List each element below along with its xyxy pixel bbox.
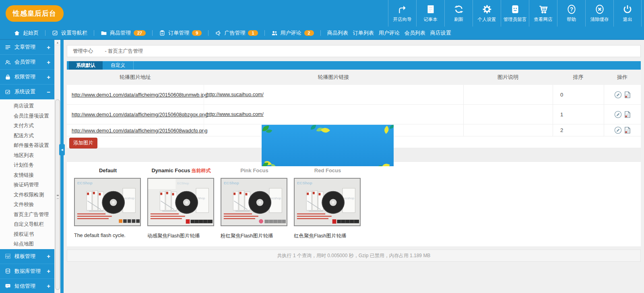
sidebar-item-regions[interactable]: 地区列表 xyxy=(0,151,54,161)
sidebar-group-permissions[interactable]: 权限管理 + xyxy=(0,70,54,85)
tab-bar: 系统默认 自定义 xyxy=(67,61,641,70)
style-thumbnail[interactable]: ECShop ecshop xyxy=(221,178,287,226)
clipboard-icon xyxy=(159,30,165,36)
style-thumbnail[interactable]: ECShop ecshop xyxy=(294,178,361,226)
sidebar-item-captcha[interactable]: 验证码管理 xyxy=(0,180,54,190)
scrollbar-up-arrow[interactable]: ▲ xyxy=(55,40,60,45)
style-title: Pink Focus xyxy=(221,167,288,175)
style-title: Default xyxy=(74,167,142,175)
folder-icon xyxy=(101,30,107,36)
nav-orders-manage[interactable]: 订单管理 9 xyxy=(157,29,204,37)
image-href-link[interactable]: http://www.sucaihuo.com/ xyxy=(206,111,264,117)
delete-icon[interactable] xyxy=(624,126,631,134)
nav-ads-manage[interactable]: 广告管理 1 xyxy=(213,29,260,37)
sidebar-item-custom-nav[interactable]: 自定义导航栏 xyxy=(0,219,54,229)
delete-icon[interactable] xyxy=(624,91,631,99)
sidebar-item-links[interactable]: 友情链接 xyxy=(0,170,54,180)
col-header-image-url: 轮播图片地址 xyxy=(67,74,204,81)
sidebar-item-member-reg[interactable]: 会员注册项设置 xyxy=(0,111,54,121)
banner-preview-image xyxy=(262,125,394,166)
sidebar-item-home-ads[interactable]: 首页主广告管理 xyxy=(0,210,54,220)
nav-comments-list[interactable]: 用户评论 xyxy=(376,29,402,37)
refresh-button[interactable]: 刷新 xyxy=(444,0,473,27)
nav-goods-manage[interactable]: 商品管理 27 xyxy=(98,29,148,37)
sidebar-collapse-handle[interactable]: ◄ xyxy=(59,144,65,155)
tab-custom[interactable]: 自定义 xyxy=(103,61,134,70)
nav-goods-list[interactable]: 商品列表 xyxy=(325,29,351,37)
edit-icon[interactable] xyxy=(614,126,622,134)
col-header-image-link: 轮播图片链接 xyxy=(204,74,463,81)
logo: 性感皇后后台 xyxy=(6,5,64,22)
breadcrumb-home[interactable]: 管理中心 xyxy=(73,48,93,54)
sidebar-item-shipping[interactable]: 配送方式 xyxy=(0,131,54,141)
table-row: http://www.demo1.com/data/afficheimg/201… xyxy=(67,105,641,124)
image-description xyxy=(463,105,553,124)
edit-icon[interactable] xyxy=(614,111,622,118)
nav-set-navbar[interactable]: 设置导航栏 xyxy=(50,29,90,37)
sidebar-group-system[interactable]: 系统设置 − xyxy=(0,85,54,99)
refresh-icon xyxy=(454,4,464,14)
database-icon xyxy=(5,268,11,274)
style-thumbnail[interactable]: ECShop 'shop xyxy=(147,178,214,226)
scrollbar-thumb[interactable] xyxy=(55,99,60,290)
system-settings-icon xyxy=(5,89,11,95)
main-nav-bar: 起始页 设置导航栏 商品管理 27 订单管理 9 广告管理 1 用户评论 2 商… xyxy=(0,27,644,40)
sidebar-item-payment[interactable]: 支付方式 xyxy=(0,121,54,131)
sidebar-item-mail-server[interactable]: 邮件服务器设置 xyxy=(0,140,54,151)
nav-members-list[interactable]: 会员列表 xyxy=(402,29,428,37)
sidebar-item-file-check[interactable]: 文件校验 xyxy=(0,200,54,210)
admin-message-button[interactable]: 管理员留言 xyxy=(501,0,529,27)
sidebar-item-license[interactable]: 授权证书 xyxy=(0,229,54,239)
notepad-button[interactable]: 记事本 xyxy=(416,0,444,27)
image-href-link[interactable]: http://www.sucaihuo.com/ xyxy=(206,92,264,97)
style-thumbnail[interactable]: ECShop ecshop xyxy=(74,178,141,226)
power-icon xyxy=(622,4,633,14)
clear-cache-button[interactable]: 清除缓存 xyxy=(585,0,613,27)
sidebar-group-articles[interactable]: 文章管理 + xyxy=(0,40,54,55)
style-caption: The default flash cycle. xyxy=(74,233,142,238)
notepad-icon xyxy=(425,4,436,14)
table-row: http://www.demo1.com/data/afficheimg/201… xyxy=(67,85,641,105)
image-url-link[interactable]: http://www.demo1.com/data/afficheimg/201… xyxy=(72,92,207,98)
logout-button[interactable]: 退出 xyxy=(613,0,642,27)
personal-settings-button[interactable]: 个人设置 xyxy=(473,0,501,27)
sidebar-group-sms[interactable]: 短信管理 + xyxy=(0,279,54,293)
nav-separator xyxy=(320,30,321,36)
shop-wizard-button[interactable]: 开店向导 xyxy=(388,0,416,27)
sort-value: 0 xyxy=(553,85,604,104)
nav-home[interactable]: 起始页 xyxy=(11,29,41,37)
col-header-description: 图片说明 xyxy=(463,74,553,81)
flash-style-pink-focus: Pink Focus ECShop ecshop 粉红聚焦Flash图片轮播 xyxy=(221,166,288,246)
sidebar-group-database[interactable]: 数据库管理 + xyxy=(0,264,54,279)
nav-user-comments[interactable]: 用户评论 2 xyxy=(269,29,316,37)
tab-system-default[interactable]: 系统默认 xyxy=(69,61,103,70)
sidebar-item-sitemap[interactable]: 站点地图 xyxy=(0,239,54,249)
sidebar-group-templates[interactable]: 模板管理 + xyxy=(0,249,54,264)
col-header-actions: 操作 xyxy=(604,74,641,81)
sidebar-item-file-perms[interactable]: 文件权限检测 xyxy=(0,190,54,200)
style-caption: 动感聚焦Flash图片轮播 xyxy=(147,233,215,239)
nav-shop-settings[interactable]: 商店设置 xyxy=(428,29,454,37)
edit-icon[interactable] xyxy=(614,91,622,99)
svg-text:ECShop: ECShop xyxy=(224,181,239,185)
svg-text:?: ? xyxy=(570,6,573,12)
breadcrumb-current: - 首页主广告管理 xyxy=(105,48,143,54)
delete-icon[interactable] xyxy=(624,111,631,118)
sidebar-divider-strip xyxy=(60,40,64,293)
add-image-button[interactable]: 添加图片 xyxy=(69,138,97,149)
scrollbar-grip xyxy=(57,195,59,199)
image-url-link[interactable]: http://www.demo1.com/data/afficheimg/201… xyxy=(72,128,207,134)
sidebar-item-shop-settings[interactable]: 商店设置 xyxy=(0,101,54,111)
svg-text:ECShop: ECShop xyxy=(297,181,312,185)
current-style-tag: 当前样式 xyxy=(192,168,211,173)
view-shop-button[interactable]: 查看网店 xyxy=(529,0,557,27)
help-button[interactable]: ? 帮助 xyxy=(557,0,585,27)
sort-value: 2 xyxy=(553,124,604,136)
nav-separator xyxy=(45,30,45,36)
sidebar-group-members[interactable]: 会员管理 + xyxy=(0,55,54,70)
sidebar-item-cron[interactable]: 计划任务 xyxy=(0,160,54,170)
nav-orders-list[interactable]: 订单列表 xyxy=(351,29,376,37)
sidebar-scrollbar[interactable]: ▲ xyxy=(54,40,60,293)
flash-style-default: Default ECShop ecshop The default flash … xyxy=(74,166,142,246)
image-url-link[interactable]: http://www.demo1.com/data/afficheimg/201… xyxy=(72,112,208,118)
